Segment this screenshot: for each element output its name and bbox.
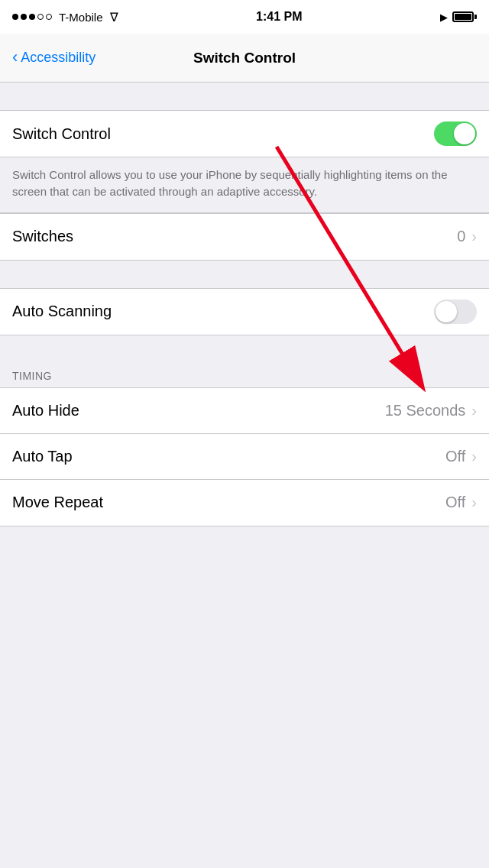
battery	[452, 11, 477, 22]
signal-dot-4	[37, 14, 44, 20]
description-text: Switch Control allows you to use your iP…	[12, 167, 477, 200]
auto-scanning-row: Auto Scanning	[0, 289, 489, 335]
mid-spacer-1	[0, 261, 489, 288]
auto-hide-row[interactable]: Auto Hide 15 Seconds ›	[0, 388, 489, 434]
switches-row[interactable]: Switches 0 ›	[0, 214, 489, 260]
switch-control-row: Switch Control	[0, 111, 489, 157]
carrier-label: T-Mobile	[59, 11, 103, 24]
auto-hide-chevron-icon: ›	[471, 402, 477, 419]
move-repeat-row-right: Off ›	[445, 494, 477, 511]
timing-header-text: TIMING	[12, 370, 52, 382]
wifi-icon: ∇	[110, 10, 118, 24]
back-button[interactable]: ‹ Accessibility	[12, 50, 96, 66]
auto-tap-label: Auto Tap	[12, 448, 73, 465]
auto-scanning-group: Auto Scanning	[0, 288, 489, 335]
switch-control-label: Switch Control	[12, 125, 111, 143]
top-spacer	[0, 83, 489, 110]
switches-row-right: 0 ›	[457, 228, 477, 245]
battery-fill	[455, 14, 471, 20]
signal-dots	[12, 14, 52, 20]
timing-section-header: TIMING	[0, 363, 489, 387]
timing-group: Auto Hide 15 Seconds › Auto Tap Off › Mo…	[0, 387, 489, 526]
auto-scanning-toggle-knob	[436, 301, 457, 322]
battery-body	[452, 11, 474, 22]
auto-tap-chevron-icon: ›	[471, 448, 477, 465]
switch-control-toggle[interactable]	[434, 121, 477, 146]
move-repeat-chevron-icon: ›	[471, 494, 477, 511]
switches-group: Switches 0 ›	[0, 213, 489, 261]
status-bar: T-Mobile ∇ 1:41 PM ▶	[0, 0, 489, 34]
switches-value: 0	[457, 228, 465, 245]
status-left: T-Mobile ∇	[12, 10, 118, 24]
page-title: Switch Control	[193, 50, 296, 66]
auto-tap-row-right: Off ›	[445, 448, 477, 465]
signal-dot-3	[29, 14, 35, 20]
auto-hide-value: 15 Seconds	[385, 402, 466, 419]
back-label: Accessibility	[21, 50, 96, 66]
signal-dot-1	[12, 14, 18, 20]
auto-tap-value: Off	[445, 448, 465, 465]
status-time: 1:41 PM	[256, 10, 302, 24]
switches-label: Switches	[12, 228, 73, 245]
move-repeat-value: Off	[445, 494, 465, 511]
signal-dot-5	[46, 14, 52, 20]
move-repeat-label: Move Repeat	[12, 494, 103, 511]
auto-tap-row[interactable]: Auto Tap Off ›	[0, 434, 489, 480]
switches-chevron-icon: ›	[471, 228, 477, 245]
nav-bar: ‹ Accessibility Switch Control	[0, 34, 489, 83]
status-right: ▶	[440, 11, 477, 23]
auto-scanning-label: Auto Scanning	[12, 303, 112, 320]
location-icon: ▶	[440, 11, 448, 23]
description-box: Switch Control allows you to use your iP…	[0, 157, 489, 213]
battery-tip	[474, 15, 477, 19]
auto-hide-label: Auto Hide	[12, 402, 79, 419]
switch-control-group: Switch Control	[0, 110, 489, 157]
auto-scanning-toggle[interactable]	[434, 300, 477, 324]
auto-hide-row-right: 15 Seconds ›	[385, 402, 477, 419]
signal-dot-2	[21, 14, 27, 20]
mid-spacer-2	[0, 335, 489, 363]
move-repeat-row[interactable]: Move Repeat Off ›	[0, 480, 489, 526]
back-chevron-icon: ‹	[12, 49, 18, 66]
page-wrapper: T-Mobile ∇ 1:41 PM ▶ ‹ Accessibility Swi…	[0, 0, 489, 868]
toggle-knob	[454, 123, 475, 144]
